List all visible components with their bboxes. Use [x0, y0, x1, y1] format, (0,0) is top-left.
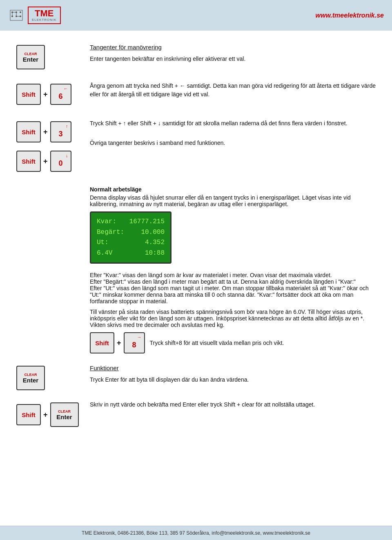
logo-elektronik-text: ELEKTRONIK: [32, 18, 57, 22]
shift8-section: Till vänster på sista raden visas batter…: [90, 309, 376, 353]
right-8-key[interactable]: → 8: [124, 332, 145, 353]
shift-key-1[interactable]: Shift: [16, 84, 41, 105]
lcd-row-4: 6.4V 10:88: [97, 248, 165, 259]
lcd-ut-value: 4.352: [145, 238, 165, 248]
shift-back-description: Ångra genom att trycka ned Shift + ← sam…: [90, 82, 376, 99]
shift-text-2: Shift: [16, 126, 41, 138]
body-text-4: Till vänster på sista raden visas batter…: [90, 309, 376, 328]
clear-label: CLEAR: [24, 52, 37, 56]
shift-key-4[interactable]: Shift: [90, 332, 114, 353]
body-text-1: Efter "Kvar:" visas den längd som är kva…: [90, 272, 376, 278]
footer-text: TME Elektronik, 0486-21386, Böke 113, 38…: [82, 530, 310, 536]
plus-1: +: [43, 90, 48, 99]
section-enter: CLEAR Enter Tangenter för manövrering En…: [16, 43, 376, 69]
section-funktioner: CLEAR Enter Funktioner Tryck Enter för a…: [16, 364, 376, 390]
footer: TME Elektronik, 0486-21386, Böke 113, 38…: [0, 526, 392, 540]
section-shift-back-text: Ångra genom att trycka ned Shift + ← sam…: [90, 82, 376, 101]
section-shift-back: Shift + ← 6 Ångra genom att trycka ned S…: [16, 82, 376, 109]
scroll-description-2: Övriga tangenter beskrivs i samband med …: [90, 139, 376, 147]
enter-key-button[interactable]: CLEAR Enter: [16, 45, 45, 69]
enter-key-button-3[interactable]: CLEAR Enter: [50, 402, 79, 427]
section-scroll-text: Tryck Shift + ↑ eller Shift + ↓ samtidig…: [90, 119, 376, 150]
circuit-icon: [8, 8, 24, 22]
section-normal-mode: Normalt arbetsläge Denna display visas d…: [16, 186, 376, 353]
shift-3-row: Shift + ↑ 3: [16, 121, 82, 142]
normal-mode-desc: Denna display visas då hjulet snurrar el…: [90, 194, 376, 207]
section-shift-enter: Shift + CLEAR Enter Skriv in nytt värde …: [16, 400, 376, 431]
section-enter-text: Tangenter för manövrering Enter tangente…: [90, 43, 376, 66]
section-funktioner-keys: CLEAR Enter: [16, 364, 82, 390]
lcd-begart-value: 10.000: [141, 227, 165, 238]
section-shift-enter-text: Skriv in nytt värde och bekräfta med Ent…: [90, 400, 376, 411]
header-url: www.tmeelektronik.se: [316, 12, 384, 19]
shift-back-row: Shift + ← 6: [16, 84, 82, 105]
shift-text-3: Shift: [16, 156, 41, 167]
section-enter-keys: CLEAR Enter: [16, 43, 82, 69]
lcd-row-2: Begärt: 10.000: [97, 227, 165, 238]
scroll-description-1: Tryck Shift + ↑ eller Shift + ↓ samtidig…: [90, 119, 376, 128]
lcd-row-3: Ut: 4.352: [97, 238, 165, 248]
page-wrapper: TME ELEKTRONIK www.tmeelektronik.se CLEA…: [0, 0, 392, 540]
shift-key-3[interactable]: Shift: [16, 151, 41, 172]
up-3-key[interactable]: ↑ 3: [50, 121, 71, 142]
lcd-time-value: 10:88: [145, 248, 165, 259]
logo-tme-text: TME: [35, 9, 53, 18]
plus-2: +: [43, 128, 48, 136]
normal-mode-content: Normalt arbetsläge Denna display visas d…: [90, 186, 376, 353]
body-text-3: Efter "Ut:" visas den längd som man tagi…: [90, 285, 376, 304]
tangenter-title: Tangenter för manövrering: [90, 43, 376, 52]
header: TME ELEKTRONIK www.tmeelektronik.se: [0, 0, 392, 31]
section-scroll-keys: Shift + ↑ 3 Shift + ↓ 0: [16, 119, 82, 176]
enter-label-2: Enter: [23, 377, 38, 384]
section-shift-enter-keys: Shift + CLEAR Enter: [16, 400, 82, 431]
shift-key-2[interactable]: Shift: [16, 121, 41, 142]
enter-key-button-2[interactable]: CLEAR Enter: [16, 366, 45, 390]
funktioner-title: Funktioner: [90, 364, 376, 373]
lcd-display: Kvar: 16777.215 Begärt: 10.000 Ut: 4.352…: [90, 211, 172, 264]
enter-label-3: Enter: [56, 413, 72, 420]
clear-label-2: CLEAR: [24, 373, 37, 377]
clear-label-3: CLEAR: [58, 409, 71, 413]
lcd-ut-label: Ut:: [97, 238, 109, 248]
logo-area: TME ELEKTRONIK: [8, 7, 61, 24]
back-6-key[interactable]: ← 6: [50, 84, 71, 105]
shift8-key-row-inline: Shift + → 8 Tryck shift+8 för att visuel…: [90, 332, 376, 353]
lcd-row-1: Kvar: 16777.215: [97, 217, 165, 227]
lcd-voltage-label: 6.4V: [97, 248, 112, 259]
shift8-text-block: Till vänster på sista raden visas batter…: [90, 309, 376, 353]
plus-5: +: [43, 411, 48, 419]
shift8-label: Tryck shift+8 för att visuellt växla mel…: [150, 340, 284, 346]
down-0-key[interactable]: ↓ 0: [50, 151, 71, 172]
body-text-2: Efter "Begärt:" visas den längd i meter …: [90, 278, 376, 285]
plus-4: +: [117, 339, 121, 347]
normal-mode-title: Normalt arbetsläge: [90, 186, 376, 193]
shift-text-4: Shift: [89, 337, 114, 349]
shift-text-1: Shift: [16, 89, 41, 100]
funktioner-description: Tryck Enter för att byta till displayen …: [90, 376, 376, 384]
enter-description: Enter tangenten bekräftar en inskrivning…: [90, 55, 376, 63]
section-funktioner-text: Funktioner Tryck Enter för att byta till…: [90, 364, 376, 387]
section-shift-scroll: Shift + ↑ 3 Shift + ↓ 0: [16, 119, 376, 176]
main-content: CLEAR Enter Tangenter för manövrering En…: [0, 31, 392, 526]
svg-point-4: [20, 11, 21, 13]
logo-box: TME ELEKTRONIK: [28, 7, 61, 24]
shift-text-5: Shift: [16, 409, 41, 421]
enter-label: Enter: [23, 56, 38, 63]
shift-enter-row: Shift + CLEAR Enter: [16, 402, 82, 427]
lcd-kvar-value: 16777.215: [129, 217, 165, 227]
section-shift-back-keys: Shift + ← 6: [16, 82, 82, 109]
shift-enter-description: Skriv in nytt värde och bekräfta med Ent…: [90, 400, 376, 409]
shift-key-5[interactable]: Shift: [16, 404, 41, 425]
lcd-kvar-label: Kvar:: [97, 217, 116, 227]
shift-0-row: Shift + ↓ 0: [16, 151, 82, 172]
plus-3: +: [43, 157, 48, 166]
lcd-begart-label: Begärt:: [97, 227, 124, 238]
